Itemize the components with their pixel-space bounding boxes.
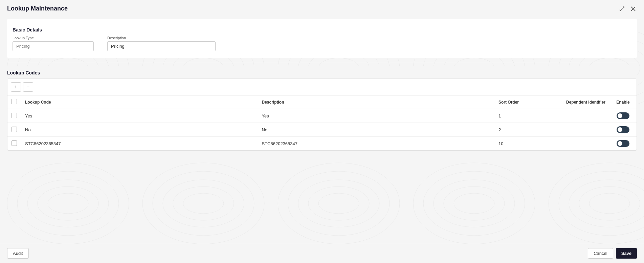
td-enable <box>609 137 637 151</box>
lookup-codes-table: Lookup Code Description Sort Order Depen… <box>7 95 637 150</box>
description-group: Description <box>107 36 216 51</box>
lookup-codes-title: Lookup Codes <box>7 70 40 75</box>
th-description: Description <box>258 95 494 109</box>
lookup-type-input[interactable] <box>13 41 94 51</box>
table-row: STC86202365347STC8620236534710 <box>7 137 637 151</box>
modal-title: Lookup Maintenance <box>7 5 68 12</box>
audit-button[interactable]: Audit <box>7 248 29 259</box>
td-dependent-identifier <box>562 109 609 123</box>
td-enable <box>609 123 637 137</box>
basic-details-form-row: Lookup Type Description <box>13 36 631 51</box>
td-description: Yes <box>258 109 494 123</box>
lookup-codes-header: Lookup Codes <box>7 66 637 79</box>
th-checkbox <box>7 95 21 109</box>
row-checkbox[interactable] <box>12 127 17 132</box>
td-lookup-code: Yes <box>21 109 258 123</box>
add-row-button[interactable]: + <box>11 82 21 92</box>
lookup-codes-table-container: + − Lookup Code Description Sort Order <box>7 79 637 151</box>
description-input[interactable] <box>107 41 216 51</box>
table-header-row: Lookup Code Description Sort Order Depen… <box>7 95 637 109</box>
td-enable <box>609 109 637 123</box>
td-description: No <box>258 123 494 137</box>
row-checkbox[interactable] <box>12 113 17 118</box>
th-sort-order: Sort Order <box>494 95 562 109</box>
save-button[interactable]: Save <box>616 248 637 259</box>
lookup-type-label: Lookup Type <box>13 36 94 40</box>
section-divider <box>7 62 637 62</box>
footer-right: Cancel Save <box>588 248 637 259</box>
table-row: NoNo2 <box>7 123 637 137</box>
th-dependent-identifier: Dependent Identifier <box>562 95 609 109</box>
th-lookup-code: Lookup Code <box>21 95 258 109</box>
lookup-maintenance-modal: Lookup Maintenance Basic Details <box>0 0 644 263</box>
td-lookup-code: No <box>21 123 258 137</box>
td-lookup-code: STC86202365347 <box>21 137 258 151</box>
td-dependent-identifier <box>562 137 609 151</box>
footer-left: Audit <box>7 248 29 259</box>
td-dependent-identifier <box>562 123 609 137</box>
basic-details-section: Basic Details Lookup Type Description <box>7 19 637 58</box>
td-sort-order: 1 <box>494 109 562 123</box>
modal-header: Lookup Maintenance <box>0 0 644 16</box>
lookup-type-group: Lookup Type <box>13 36 94 51</box>
expand-button[interactable] <box>618 5 626 12</box>
modal-footer: Audit Cancel Save <box>0 244 644 263</box>
header-actions <box>618 5 637 12</box>
table-toolbar: + − <box>7 79 637 95</box>
td-sort-order: 2 <box>494 123 562 137</box>
description-label: Description <box>107 36 216 40</box>
enable-toggle[interactable] <box>617 140 629 147</box>
modal-body: Basic Details Lookup Type Description Lo… <box>0 16 644 244</box>
td-sort-order: 10 <box>494 137 562 151</box>
enable-toggle[interactable] <box>617 126 629 133</box>
close-button[interactable] <box>629 6 637 12</box>
basic-details-title: Basic Details <box>13 27 631 32</box>
th-enable: Enable <box>609 95 637 109</box>
cancel-button[interactable]: Cancel <box>588 248 613 259</box>
td-description: STC86202365347 <box>258 137 494 151</box>
lookup-codes-section: Lookup Codes + − Lookup Code <box>7 66 637 151</box>
remove-row-button[interactable]: − <box>23 82 33 92</box>
enable-toggle[interactable] <box>617 112 629 119</box>
table-row: YesYes1 <box>7 109 637 123</box>
row-checkbox[interactable] <box>12 140 17 146</box>
header-checkbox[interactable] <box>12 99 17 104</box>
